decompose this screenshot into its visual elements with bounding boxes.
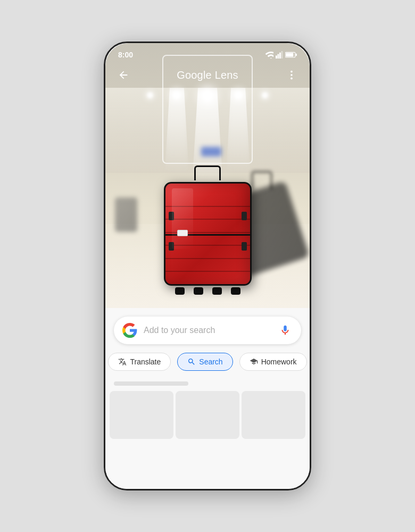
bottom-section: Add to your search Translate: [105, 308, 310, 489]
light-bulb-left1: [172, 91, 181, 99]
status-icons: [265, 51, 297, 59]
ridge6: [165, 271, 250, 272]
svg-point-9: [290, 74, 293, 76]
translate-icon: [118, 358, 127, 366]
phone-frame: 8:00: [104, 41, 311, 491]
search-tab-icon: [187, 358, 196, 366]
homework-tab[interactable]: Homework: [239, 353, 307, 371]
skeleton-bar: [114, 381, 188, 386]
signal-icon: [276, 51, 283, 59]
clip-bottom: [242, 242, 247, 251]
suitcase-wheels: [160, 287, 255, 295]
translate-label: Translate: [130, 358, 161, 366]
light-bulb-right1: [234, 91, 243, 99]
wheel-left: [175, 287, 185, 295]
svg-point-10: [290, 78, 293, 80]
mic-button[interactable]: [278, 323, 293, 338]
battery-icon: [285, 52, 297, 58]
wheel-left2: [231, 287, 240, 295]
svg-rect-7: [296, 54, 297, 56]
bg-suitcase-far-left: [115, 197, 137, 232]
svg-rect-2: [278, 54, 279, 59]
search-bar[interactable]: Add to your search: [114, 317, 301, 344]
status-bar: 8:00: [105, 43, 310, 62]
main-suitcase: [160, 165, 255, 282]
light-bulb-center: [202, 90, 213, 102]
blue-sign: [201, 147, 221, 156]
light-bulb-left2: [147, 92, 153, 98]
back-arrow-icon: [118, 69, 129, 81]
mic-icon: [279, 325, 291, 336]
wifi-icon: [265, 51, 273, 59]
back-button[interactable]: [114, 65, 133, 85]
ridge5: [165, 258, 250, 259]
more-options-button[interactable]: [282, 65, 301, 85]
svg-rect-4: [281, 51, 283, 59]
tab-buttons: Translate Search Homework: [105, 344, 310, 371]
skeleton-card-2: [176, 391, 239, 439]
svg-rect-3: [279, 53, 281, 59]
shine: [172, 188, 193, 248]
skeleton-card-1: [110, 391, 173, 439]
clip-top: [242, 212, 247, 220]
suitcase-body: [164, 182, 252, 286]
search-tab[interactable]: Search: [177, 353, 233, 371]
top-bar: Google Lens: [105, 62, 310, 88]
wheel-right: [194, 287, 203, 295]
search-placeholder-text: Add to your search: [144, 326, 271, 335]
svg-rect-6: [286, 53, 293, 56]
skeleton-card-3: [242, 391, 305, 439]
skeleton-grid: [110, 391, 305, 439]
svg-point-0: [270, 58, 272, 59]
wheel-right2: [212, 287, 222, 295]
suitcase-handle: [194, 165, 221, 180]
app-title: Google Lens: [177, 69, 238, 81]
translate-tab[interactable]: Translate: [108, 353, 171, 371]
status-time: 8:00: [118, 51, 133, 59]
google-logo: [122, 323, 137, 338]
more-vert-icon: [286, 69, 297, 81]
search-label: Search: [199, 358, 222, 366]
svg-point-8: [290, 71, 293, 73]
homework-icon: [250, 358, 258, 366]
homework-label: Homework: [261, 358, 297, 366]
light-bulb-right2: [262, 92, 268, 98]
svg-rect-1: [276, 55, 277, 59]
